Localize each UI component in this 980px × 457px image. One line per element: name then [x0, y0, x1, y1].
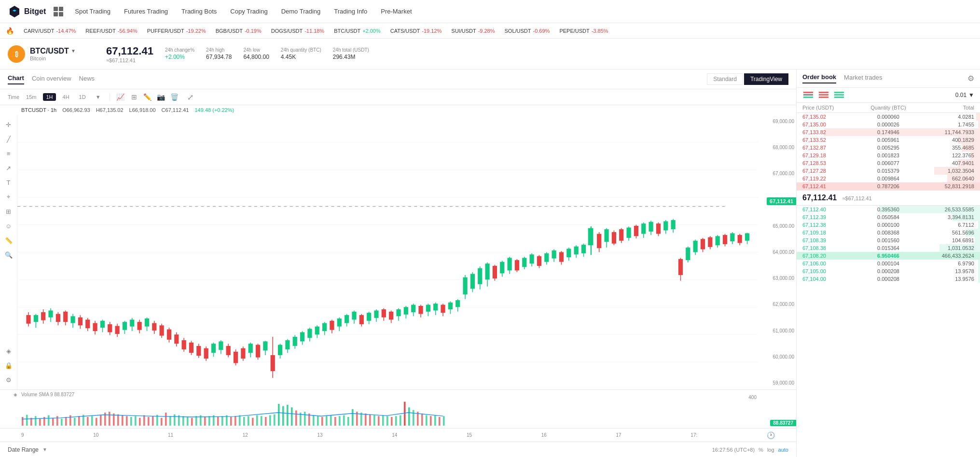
- time-4h[interactable]: 4H: [60, 93, 72, 101]
- ticker-sui[interactable]: SUI/USDT -9.28%: [451, 28, 495, 34]
- sell-row-6[interactable]: 67,128.53 0.006077 407.9401: [797, 159, 980, 167]
- tab-news[interactable]: News: [79, 75, 95, 84]
- sell-row-8[interactable]: 67,119.22 0.009864 662.0640: [797, 175, 980, 182]
- ticker-dogs[interactable]: DOGS/USDT -11.18%: [271, 28, 324, 34]
- bar-chart-icon[interactable]: ⊞: [129, 92, 139, 102]
- ob-settings-icon[interactable]: ⚙: [967, 74, 974, 83]
- nav-copy-trading[interactable]: Copy Trading: [224, 6, 273, 17]
- symbol-dropdown-icon[interactable]: ▼: [71, 48, 76, 54]
- time-1h[interactable]: 1H: [43, 93, 55, 101]
- ticker-btc[interactable]: BTC/USDT +2.00%: [334, 28, 381, 34]
- view-tradingview[interactable]: TradingView: [744, 73, 788, 85]
- nav-trading-info[interactable]: Trading Info: [328, 6, 373, 17]
- time-1d[interactable]: 1D: [76, 93, 89, 101]
- tab-coin-overview[interactable]: Coin overview: [32, 75, 71, 84]
- ticker-sol[interactable]: SOL/USDT -0.69%: [505, 28, 550, 34]
- sell-row-4[interactable]: 67,132.87 0.005295 355.4685: [797, 144, 980, 152]
- ticker-reef[interactable]: REEF/USDT -56.94%: [85, 28, 137, 34]
- stat-total: 24h total (USDT) 296.43M: [333, 47, 369, 60]
- buy-row-5[interactable]: 67,108.38 0.015364 1,031.0532: [797, 244, 980, 252]
- sell-row-9[interactable]: 67,112.41 0.787206 52,831.2918: [797, 182, 980, 190]
- svg-rect-59: [204, 348, 208, 359]
- ob-type-buy[interactable]: [833, 91, 845, 99]
- buy-row-3[interactable]: 67,109.18 0.008368 561.5696: [797, 229, 980, 236]
- view-standard[interactable]: Standard: [707, 73, 743, 85]
- svg-rect-53: [182, 340, 186, 349]
- svg-rect-147: [530, 254, 534, 263]
- time-clock-icon[interactable]: 🕐: [767, 431, 775, 439]
- tab-chart[interactable]: Chart: [8, 74, 24, 84]
- buy-row-7[interactable]: 67,106.00 0.000104 6.9790: [797, 260, 980, 267]
- horizontal-line-icon[interactable]: ≡: [3, 148, 14, 159]
- time-more[interactable]: ▼: [93, 93, 104, 101]
- svg-rect-207: [26, 415, 28, 426]
- date-range-btn[interactable]: Date Range: [8, 446, 39, 453]
- symbol-info[interactable]: ₿ BTC/USDT ▼ Bitcoin: [8, 45, 95, 63]
- nav-futures-trading[interactable]: Futures Trading: [118, 6, 174, 17]
- trash-icon[interactable]: 🗑️: [170, 92, 179, 102]
- ticker-pepe[interactable]: PEPE/USDT -3.85%: [559, 28, 608, 34]
- buy-row-8[interactable]: 67,105.00 0.000208 13.9578: [797, 267, 980, 275]
- svg-rect-131: [470, 274, 475, 289]
- ruler-icon[interactable]: 📏: [3, 235, 14, 246]
- ticker-bgb[interactable]: BGB/USDT -0.19%: [216, 28, 262, 34]
- svg-rect-254: [230, 417, 232, 426]
- grid-icon[interactable]: [54, 7, 63, 16]
- sell-row-0[interactable]: 67,135.02 0.000060 4.0281: [797, 113, 980, 121]
- lock-icon[interactable]: 🔒: [3, 360, 14, 371]
- pencil-icon[interactable]: ✏️: [143, 92, 152, 102]
- btc-icon: ₿: [8, 45, 25, 63]
- svg-rect-214: [56, 416, 58, 426]
- svg-rect-119: [426, 305, 430, 312]
- camera-icon[interactable]: 📷: [156, 92, 166, 102]
- sell-row-5[interactable]: 67,129.18 0.001823 122.3765: [797, 152, 980, 159]
- log-btn[interactable]: log: [767, 447, 774, 453]
- ticker-carv[interactable]: CARV/USDT -14.47%: [24, 28, 76, 34]
- nav-pre-market[interactable]: Pre-Market: [375, 6, 417, 17]
- ob-type-sell[interactable]: [818, 91, 829, 99]
- tab-market-trades[interactable]: Market trades: [844, 74, 882, 83]
- ticker-puffer[interactable]: PUFFER/USDT -19.22%: [147, 28, 206, 34]
- ticker-bar: 🔥 CARV/USDT -14.47% REEF/USDT -56.94% PU…: [0, 23, 980, 39]
- pattern-icon[interactable]: ⊞: [3, 206, 14, 217]
- buy-bar-4: [975, 236, 980, 244]
- auto-btn[interactable]: auto: [778, 447, 788, 453]
- buy-row-0[interactable]: 67,112.40 0.395360 26,533.5585: [797, 206, 980, 213]
- sell-row-2[interactable]: 67,133.82 0.174946 11,744.7933: [797, 128, 980, 136]
- gann-icon[interactable]: ⌖: [3, 191, 14, 203]
- nav-spot-trading[interactable]: Spot Trading: [69, 6, 116, 17]
- date-range-arrow[interactable]: ▼: [42, 447, 47, 452]
- svg-rect-21: [63, 312, 68, 322]
- sell-row-1[interactable]: 67,135.00 0.000026 1.7455: [797, 121, 980, 128]
- settings-icon[interactable]: ⚙: [3, 374, 14, 386]
- ob-decimals-selector[interactable]: 0.01 ▼: [955, 92, 974, 98]
- buy-row-2[interactable]: 67,112.38 0.000100 6.7112: [797, 221, 980, 229]
- ticker-cats[interactable]: CATS/USDT -19.12%: [390, 28, 442, 34]
- arrow-icon[interactable]: ↗: [3, 162, 14, 174]
- smile-icon[interactable]: ☺: [3, 220, 14, 232]
- nav-demo-trading[interactable]: Demo Trading: [276, 6, 327, 17]
- chart-toolbar: Time 15m 1H 4H 1D ▼ 📈 ⊞ ✏️ 📷 🗑️ ⤢: [0, 89, 796, 105]
- text-icon[interactable]: T: [3, 177, 14, 188]
- sell-row-7[interactable]: 67,127.28 0.015379 1,032.3504: [797, 167, 980, 175]
- buy-row-9[interactable]: 67,104.00 0.000208 13.9576: [797, 275, 980, 283]
- ob-type-both[interactable]: [802, 91, 814, 99]
- time-label: Time: [8, 94, 19, 100]
- nav-trading-bots[interactable]: Trading Bots: [176, 6, 222, 17]
- svg-rect-309: [819, 97, 828, 98]
- buy-row-1[interactable]: 67,112.39 0.050584 3,394.8131: [797, 213, 980, 221]
- line-chart-icon[interactable]: 📈: [116, 92, 125, 102]
- time-15m[interactable]: 15m: [23, 93, 39, 101]
- expand-icon[interactable]: ⤢: [187, 93, 193, 102]
- trend-line-icon[interactable]: ╱: [3, 133, 14, 145]
- logo[interactable]: Bitget: [8, 5, 46, 18]
- buy-row-6[interactable]: 67,108.20 6.950466 466,433.2624: [797, 252, 980, 260]
- tab-order-book[interactable]: Order book: [802, 73, 836, 83]
- zoom-in-icon[interactable]: 🔍: [3, 249, 14, 261]
- indicator-icon[interactable]: ◈: [3, 345, 14, 357]
- sell-row-3[interactable]: 67,133.52 0.005961 400.1829: [797, 136, 980, 144]
- svg-rect-187: [678, 259, 683, 275]
- svg-rect-217: [69, 415, 71, 426]
- buy-row-4[interactable]: 67,108.39 0.001560 104.6891: [797, 236, 980, 244]
- crosshair-icon[interactable]: ✛: [3, 119, 14, 130]
